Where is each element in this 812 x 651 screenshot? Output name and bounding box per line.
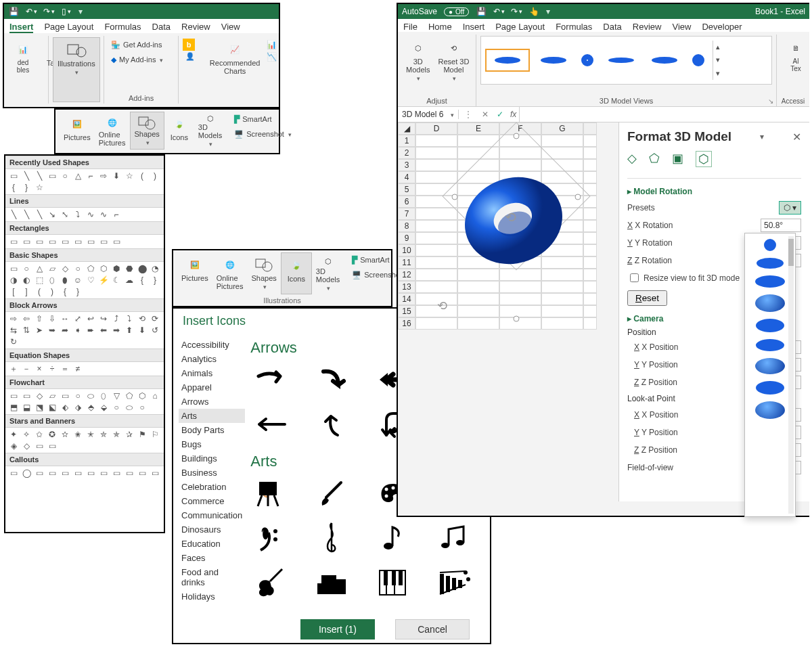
tab-page-layout[interactable]: Page Layout [495, 22, 545, 32]
shape-glyph[interactable]: ▭ [85, 468, 96, 478]
undo-icon-2[interactable]: ↶ [493, 6, 504, 17]
people-addin-icon[interactable]: 👤 [183, 52, 198, 61]
shape-glyph[interactable]: ⬭ [85, 391, 96, 401]
tab-insert[interactable]: Insert [9, 22, 33, 33]
shape-glyph[interactable]: ◇ [21, 441, 32, 451]
pictures-button[interactable]: 🖼️Pictures [60, 112, 95, 150]
icon-cat-analytics[interactable]: Analytics [179, 352, 245, 366]
resize-view-checkbox[interactable] [630, 273, 639, 282]
shape-glyph[interactable]: ▭ [60, 468, 70, 478]
tab-page-layout[interactable]: Page Layout [44, 22, 93, 33]
shape-glyph[interactable]: ╲ [21, 171, 32, 181]
icon-cat-faces[interactable]: Faces [179, 551, 245, 565]
icon-cat-celebration[interactable]: Celebration [179, 480, 245, 494]
3d-rotate-handle-icon[interactable]: ⟲ [505, 209, 516, 225]
shape-glyph[interactable]: ( [34, 287, 45, 296]
icon-cat-body-parts[interactable]: Body Parts [179, 423, 245, 437]
shape-glyph[interactable]: ◯ [21, 468, 32, 478]
icon-cat-commerce[interactable]: Commerce [179, 494, 245, 508]
qat-custom-icon[interactable]: ▯ [61, 6, 72, 17]
icon-cat-arrows[interactable]: Arrows [179, 395, 245, 409]
shape-glyph[interactable]: ▭ [47, 171, 58, 181]
shape-glyph[interactable]: ☆ [34, 183, 45, 192]
screenshot-button[interactable]: 🖥️Screenshot [231, 127, 294, 141]
shape-glyph[interactable]: ◔ [150, 264, 160, 273]
tab-formulas[interactable]: Formulas [556, 22, 592, 32]
shape-glyph[interactable]: ⬚ [34, 275, 45, 285]
pictures-button-2[interactable]: 🖼️Pictures [177, 252, 212, 294]
icon-cat-arts[interactable]: Arts [179, 409, 245, 423]
qat-overflow-icon-2[interactable]: ▾ [546, 7, 550, 16]
shape-glyph[interactable]: ⤴ [111, 314, 122, 323]
shape-glyph[interactable]: ➤ [34, 326, 45, 335]
shape-glyph[interactable]: ✫ [60, 430, 70, 439]
preset-5[interactable] [756, 319, 784, 332]
qat-overflow-icon[interactable]: ▾ [78, 7, 83, 16]
shape-glyph[interactable]: ☆ [124, 171, 135, 181]
tab-review[interactable]: Review [633, 22, 662, 32]
shapes-button[interactable]: Shapes [130, 112, 164, 150]
my-addins-button[interactable]: ◆My Add-ins [108, 52, 174, 67]
treble-clef-icon[interactable] [311, 522, 352, 554]
3d-model-selection[interactable]: ⟲ ⟲ [429, 136, 598, 323]
shape-glyph[interactable]: ✦ [8, 430, 19, 439]
shape-glyph[interactable]: ⇧ [34, 314, 45, 323]
shape-glyph[interactable]: ▭ [98, 237, 109, 246]
shape-glyph[interactable]: } [21, 183, 32, 192]
shape-glyph[interactable]: ≠ [72, 364, 83, 374]
shape-glyph[interactable]: ＋ [8, 364, 19, 374]
shape-glyph[interactable]: ▱ [47, 264, 58, 273]
shape-glyph[interactable]: ⬓ [21, 403, 32, 412]
shape-glyph[interactable]: ▭ [60, 391, 70, 401]
shape-glyph[interactable]: ➧ [72, 326, 83, 335]
online-pictures-button[interactable]: 🌐Online Pictures [95, 112, 130, 150]
get-addins-button[interactable]: 🏪Get Add-ins [108, 37, 174, 52]
shape-glyph[interactable]: ⬔ [34, 403, 45, 412]
shape-glyph[interactable]: ➦ [60, 326, 70, 335]
icon-cat-buildings[interactable]: Buildings [179, 451, 245, 466]
presets-dropdown[interactable]: ⬡ ▾ [779, 201, 801, 215]
touch-mode-icon[interactable]: 👆 [528, 6, 539, 17]
smartart-button[interactable]: ▛SmartArt [231, 112, 294, 127]
shape-glyph[interactable]: ⬇ [137, 326, 148, 335]
shape-glyph[interactable]: ⇨ [98, 171, 109, 181]
shape-glyph[interactable]: ⬯ [47, 275, 58, 285]
shape-glyph[interactable]: ↪ [98, 314, 109, 323]
shape-glyph[interactable]: ╲ [34, 171, 45, 181]
3d-tab-icon[interactable]: ⬡ [696, 151, 712, 167]
shape-glyph[interactable]: ▭ [98, 468, 109, 478]
save-icon-2[interactable]: 💾 [476, 6, 487, 17]
shape-glyph[interactable]: － [21, 364, 32, 374]
redo-icon-2[interactable]: ↷ [511, 6, 522, 17]
shape-glyph[interactable]: ⇅ [21, 326, 32, 335]
music-notes-icon[interactable] [433, 522, 474, 554]
preset-8[interactable] [756, 381, 784, 395]
shape-glyph[interactable]: ▭ [8, 264, 19, 273]
3d-model-views-gallery[interactable]: ▴ ▾ ▾ [480, 36, 772, 85]
shape-glyph[interactable]: ⌂ [150, 391, 160, 401]
shape-glyph[interactable]: ⇦ [21, 314, 32, 323]
icon-cat-education[interactable]: Education [179, 537, 245, 551]
icon-cat-holidays[interactable]: Holidays [179, 589, 245, 604]
tab-data[interactable]: Data [152, 22, 171, 33]
alt-text-button[interactable]: 🗎Al Tex [781, 36, 811, 87]
shape-glyph[interactable]: ◑ [8, 275, 19, 285]
shape-glyph[interactable]: ⬠ [85, 264, 96, 273]
pane-close-icon[interactable]: ✕ [792, 131, 801, 143]
shape-glyph[interactable]: { [60, 287, 70, 296]
icons-button-2[interactable]: 🍃Icons [281, 252, 312, 294]
tab-file[interactable]: File [403, 22, 418, 32]
shape-glyph[interactable]: ( [137, 171, 148, 181]
preset-7[interactable] [755, 358, 785, 374]
shape-glyph[interactable]: ∿ [85, 210, 96, 219]
shape-glyph[interactable]: ○ [111, 403, 122, 412]
shape-glyph[interactable]: ↻ [8, 337, 19, 346]
formula-bar-input[interactable] [519, 107, 809, 122]
tab-developer[interactable]: Developer [702, 22, 742, 32]
easel-icon[interactable]: 🎨 [250, 477, 291, 510]
preset-1[interactable] [764, 239, 776, 251]
shape-glyph[interactable]: ▭ [8, 391, 19, 401]
shape-glyph[interactable]: ♡ [85, 275, 96, 285]
shape-glyph[interactable]: ⤵ [124, 314, 135, 323]
shape-glyph[interactable]: △ [34, 264, 45, 273]
